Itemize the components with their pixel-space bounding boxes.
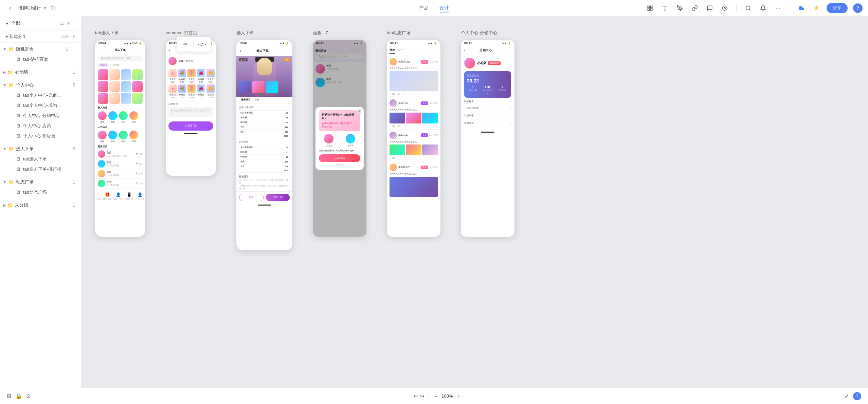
edit-pen-button[interactable]: ✏ xyxy=(180,39,191,50)
undo-button[interactable]: ↩ xyxy=(413,393,418,399)
frame-label-board7: 画板 - 7 xyxy=(313,30,328,36)
personal-service-3[interactable]: 邀请利息 › xyxy=(464,119,511,127)
tab-product[interactable]: 产品 xyxy=(419,4,429,13)
gift-item-10[interactable]: 🌼 玫瑰花 5.20 xyxy=(206,84,215,98)
post1-like[interactable]: ♡ 299 xyxy=(390,93,395,95)
text-tool-icon[interactable] xyxy=(660,3,670,13)
nav-blind-box[interactable]: 🎁随机盲盒 xyxy=(103,192,111,200)
zoom-out-button[interactable]: - xyxy=(434,392,438,400)
gift-item-4[interactable]: 🌺 玫瑰花 5.20 xyxy=(197,69,205,83)
staff-item-3: 美美 只好友不问题 📍 深圳 xyxy=(98,169,143,179)
tab-design[interactable]: 设计 xyxy=(439,4,449,13)
pen-tool-icon[interactable] xyxy=(675,3,685,13)
gift-item-1[interactable]: 🌸 玫瑰花 5.20 xyxy=(168,69,177,83)
frame2-input-box[interactable]: 打赏必会看到留言自己发心动留言哦~ xyxy=(168,107,213,117)
sidebar-item-tab-dynamics[interactable]: 🖼 tab动态广场 xyxy=(0,187,81,197)
sidebar-item-tab-random-box[interactable]: 🖼 tab-随机盲盒 xyxy=(0,54,81,64)
group-header-dynamics[interactable]: 📁 动态广场 1 xyxy=(0,177,81,187)
popup-option-boy[interactable]: 小哥哥 xyxy=(341,134,360,147)
cloud-icon[interactable] xyxy=(797,3,806,13)
nav-select-order-active[interactable]: 👤选人下单 xyxy=(114,192,122,200)
lock-icon[interactable]: 🔒 xyxy=(15,393,22,399)
post2-like[interactable]: ♡ 299 xyxy=(390,125,395,127)
gift-item-5[interactable]: 🌼 玫瑰花 5.20 xyxy=(206,69,215,83)
back-button[interactable]: ‹ xyxy=(5,3,15,13)
post3-like[interactable]: ♡ 299 xyxy=(390,157,395,159)
gift-item-2[interactable]: 💐 玫瑰花 5.20 xyxy=(178,69,186,83)
sidebar-item-personal-distribution[interactable]: 🖼 个人中心-分销中心 xyxy=(0,111,81,121)
sidebar-sort-icon[interactable]: ≡ xyxy=(67,21,70,26)
gift-item-6[interactable]: 🌸 玫瑰花 5.20 xyxy=(168,84,177,98)
reward-button[interactable]: 打赏 xyxy=(239,194,264,201)
comment-icon[interactable] xyxy=(705,3,715,13)
dynamics-tab-following[interactable]: 关注 xyxy=(398,48,403,54)
personal-back-btn[interactable]: ‹ xyxy=(464,49,465,52)
zoom-in-button[interactable]: + xyxy=(456,392,462,400)
expand-all-chevron[interactable]: ▼ xyxy=(5,22,9,25)
info-icon[interactable]: ⓘ xyxy=(50,5,56,11)
frame1-search[interactable]: 🔍 搜索你喜欢的女神、男神 xyxy=(98,56,143,61)
popup-close-button[interactable]: ✕ xyxy=(357,109,362,114)
canvas-area[interactable]: ✏ </> tab选人下单 09:41 ▲▲▲WiFi🔋 xyxy=(82,16,868,404)
question-icon[interactable]: ? xyxy=(853,392,861,400)
sidebar-item-personal-store[interactable]: 🖼 个人中心-店员 xyxy=(0,121,81,131)
frame1-bottom-nav: ♡心动 🎁随机盲盒 👤选人下单 📱动态广场 👤个人中心 xyxy=(95,190,145,202)
sidebar-item-personal-nonstore[interactable]: 🖼 个人中心-非店员 xyxy=(0,131,81,141)
link-icon[interactable] xyxy=(690,3,700,13)
frame-view-icon[interactable]: ⊞ xyxy=(7,393,11,399)
sidebar-item-tab-select-order[interactable]: 🖼 tab选人下单 xyxy=(0,154,81,164)
post1-share[interactable]: ↗ xyxy=(403,93,405,95)
group-header-personal[interactable]: 📁 个人中心 5 xyxy=(0,80,81,90)
phone-frame-center[interactable]: 09:41 ▲▲🔋 ‹ 选人下单 xyxy=(236,40,292,250)
post1-comment[interactable]: 💬 xyxy=(398,93,400,95)
group-header-select-order[interactable]: 📁 选人下单 2 xyxy=(0,144,81,154)
frame2-cta-button[interactable]: 立即打赏 xyxy=(168,121,213,131)
phone-frame-reward[interactable]: 09:41 ▲▲🔋 ‹ 打赏 选择打赏店员 › xyxy=(166,40,216,176)
gift-item-3[interactable]: 🌷 玫瑰花 5.20 xyxy=(187,69,196,83)
more-icon[interactable]: ··· xyxy=(773,3,783,13)
sidebar-item-personal-recharge[interactable]: 🖼 tab个人中心-充值... xyxy=(0,90,81,100)
fit-screen-icon[interactable]: ⤢ xyxy=(845,393,849,399)
phone-frame-dynamics[interactable]: 09:41 ▲▲🔋 推荐 关注 美美发动态 美女 21 xyxy=(387,40,440,237)
popup-skip-text[interactable]: 暂不体验 xyxy=(319,163,360,167)
help-button[interactable]: ? xyxy=(853,3,863,13)
phone-frame-board7[interactable]: 09:41 ▲▲🔋 随机盲盒 🔍 搜索你喜欢的女神、男神 xyxy=(313,40,366,237)
circle-icon[interactable]: ⊙ xyxy=(26,393,31,399)
order-button[interactable]: 立即下单 xyxy=(266,194,290,201)
preview-icon[interactable] xyxy=(720,3,729,13)
sidebar-item-personal-become[interactable]: 🖼 tab个人中心-成为... xyxy=(0,100,81,111)
personal-service-1[interactable]: 分享至朋友圈 › xyxy=(464,104,511,112)
group-more-icon[interactable]: ··· xyxy=(70,46,73,52)
bell-icon[interactable] xyxy=(758,3,768,13)
group-header-heartwall[interactable]: 📁 心动墙 1 xyxy=(0,67,81,77)
popup-cta-button[interactable]: 心动体验 xyxy=(319,154,360,162)
nav-dynamics[interactable]: 📱动态广场 xyxy=(125,192,133,200)
group-header-ungrouped[interactable]: 📁 未分组 1 xyxy=(0,200,81,210)
add-frame-icon[interactable] xyxy=(645,3,655,13)
sidebar-more-icon[interactable]: ··· xyxy=(72,21,76,26)
sidebar-header-left[interactable]: ▼ 全部 xyxy=(5,20,20,26)
gift-item-8[interactable]: 🌷 玫瑰花 5.20 xyxy=(187,84,196,98)
service-tab-items[interactable]: 服务项目 xyxy=(239,97,253,103)
sidebar-item-tab-select-rank[interactable]: 🖼 tab选人下单-排行榜 xyxy=(0,164,81,174)
phone-frame-select-order[interactable]: 09:41 ▲▲▲WiFi🔋 选人下单 🔍 搜索你喜欢的女神、男神 xyxy=(95,40,145,237)
code-view-button[interactable]: </> xyxy=(197,39,207,50)
group-header-random-box[interactable]: 📁 随机盲盒 1 ··· + xyxy=(0,44,81,54)
share-button[interactable]: 分享 xyxy=(827,3,848,13)
nav-heart[interactable]: ♡心动 xyxy=(96,192,101,200)
redo-button[interactable]: ↪ xyxy=(420,393,424,399)
popup-option-girl[interactable]: 小姐姐 xyxy=(319,134,339,147)
nav-personal[interactable]: 👤个人中心 xyxy=(136,192,144,200)
dynamics-tab-recommend[interactable]: 推荐 xyxy=(390,48,395,54)
service-tab-price[interactable]: 价格 xyxy=(253,97,261,103)
board7-popup-overlay[interactable]: ✕ 想要和小哥哥or小姐姐聊天吗? 心动体验项目1对1真人聊天 5元/20分钟 … xyxy=(313,40,366,237)
gift-item-9[interactable]: 🌺 玫瑰花 5.20 xyxy=(197,84,205,98)
personal-service-2[interactable]: 引领利率 › xyxy=(464,112,511,119)
phone-frame-personal[interactable]: 09:41 ▲▲🔋 ‹ 分销中心 小花朵 xyxy=(461,40,514,237)
search-icon[interactable] xyxy=(743,3,753,13)
lightning-icon[interactable]: ⚡ xyxy=(812,3,821,13)
group-add-icon[interactable]: + xyxy=(74,46,77,52)
gift-item-7[interactable]: 💐 玫瑰花 5.20 xyxy=(178,84,186,98)
post2-comment[interactable]: 💬 xyxy=(398,125,400,127)
add-group-button[interactable]: + 新建分组 Shift + N xyxy=(0,31,81,43)
